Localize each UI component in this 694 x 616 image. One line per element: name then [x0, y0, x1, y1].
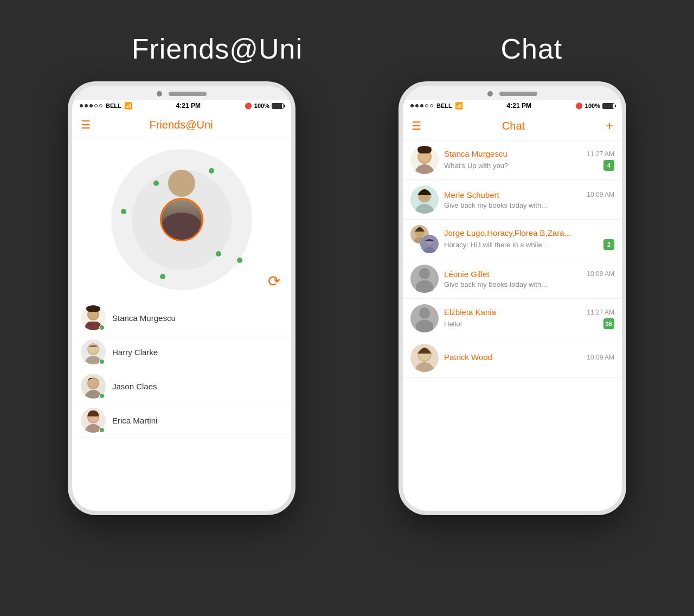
chat-name-patrick: Patrick Wood [444, 352, 492, 362]
friend-avatar-wrap-stanca [81, 305, 106, 330]
signal-dot1 [80, 104, 83, 107]
leonie-silhouette [410, 265, 439, 293]
p2-hamburger-icon[interactable]: ☰ [412, 119, 421, 132]
friend-item-harry[interactable]: Harry Clarke [72, 335, 291, 369]
radar-dot-2 [237, 258, 242, 263]
chat-name-stanca: Stanca Murgescu [444, 149, 507, 158]
chat-avatar-merle [410, 185, 439, 214]
p2-signal-dot3 [420, 104, 423, 107]
phone1-nav-title: Friends@Uni [149, 119, 213, 131]
svg-point-22 [423, 247, 436, 253]
chat-preview-stanca: What's Up with you? [444, 162, 508, 170]
signal-dot4 [94, 104, 98, 107]
chat-time-elzbieta: 11:27 AM [587, 309, 614, 316]
phone1-camera [157, 91, 162, 97]
leonie-sil-head [419, 268, 430, 279]
chat-avatar-elzbieta [410, 304, 439, 332]
phone1-top [72, 86, 291, 100]
friend-name-stanca: Stanca Murgescu [112, 313, 176, 323]
chat-info-patrick: Patrick Wood 10:09 AM [444, 352, 614, 363]
phone2-top [403, 86, 622, 100]
radar-dot-6 [216, 251, 221, 256]
friend-item-erica[interactable]: Erica Martini [72, 403, 291, 438]
chat-avatar-stanca [410, 146, 439, 174]
phone2-chat-list[interactable]: Stanca Murgescu 11:27 AM What's Up with … [403, 140, 622, 511]
chat-time-stanca: 11:27 AM [587, 150, 614, 158]
p2-battery-icon [602, 103, 614, 109]
chat-badge-group: 2 [603, 239, 614, 250]
online-dot-stanca [99, 325, 105, 330]
chat-item-elzbieta[interactable]: Elżbieta Kania 11:27 AM Hello! 36 [403, 299, 622, 338]
chat-info-leonie: Léonie Gillet 10:09 AM Give back my book… [444, 270, 614, 288]
phone1-time: 4:21 PM [176, 102, 201, 110]
battery-percent: 100% [254, 102, 269, 109]
chat-item-group[interactable]: Jorge Lugo,Horacy,Florea B,Zara... Horac… [403, 220, 622, 259]
friend-avatar-wrap-harry [81, 339, 106, 364]
chat-name-merle: Merle Schubert [444, 190, 499, 200]
friend-avatar-wrap-erica [81, 408, 106, 433]
section1-title: Friends@Uni [132, 33, 303, 65]
chat-item-stanca[interactable]: Stanca Murgescu 11:27 AM What's Up with … [403, 140, 622, 180]
chat-item-patrick[interactable]: Patrick Wood 10:09 AM [403, 338, 622, 378]
svg-point-25 [415, 362, 434, 372]
chat-stanca-svg [410, 146, 439, 174]
online-dot-jason [99, 393, 105, 399]
elzbieta-sil-body [416, 320, 433, 332]
p2-wifi-icon: 📶 [455, 102, 463, 110]
elzbieta-silhouette [410, 304, 439, 332]
phone2-speaker [499, 92, 537, 96]
radar-dot-1 [209, 168, 214, 174]
wifi-icon: 📶 [124, 102, 132, 110]
chat-item-merle[interactable]: Merle Schubert 10:09 AM Give back my boo… [403, 180, 622, 220]
friend-name-harry: Harry Clarke [112, 348, 158, 357]
signal-dot5 [99, 104, 102, 107]
radar-outer [111, 149, 252, 290]
friend-item-stanca[interactable]: Stanca Murgescu [72, 301, 291, 335]
p2-signal-dot2 [415, 104, 419, 107]
phone1-speaker [169, 92, 207, 96]
chat-badge-stanca: 4 [603, 160, 614, 171]
chat-preview-merle: Give back my books today with... [444, 201, 547, 209]
chat-info-elzbieta: Elżbieta Kania 11:27 AM Hello! 36 [444, 307, 614, 329]
phone2: BELL 📶 4:21 PM 🔴 100% ☰ Chat + [399, 81, 626, 515]
group-avatar-2 [420, 235, 439, 253]
svg-rect-16 [417, 146, 432, 153]
chat-avatar-leonie [410, 265, 439, 293]
p2-signal-dot1 [410, 104, 414, 107]
chat-avatar-group [410, 225, 439, 253]
svg-point-17 [415, 204, 434, 214]
bluetooth-icon: 🔴 [245, 102, 252, 110]
friend-name-erica: Erica Martini [112, 416, 157, 425]
carrier: BELL [106, 102, 121, 109]
friend-avatar-wrap-jason [81, 374, 106, 399]
chat-preview-group: Horacy: Hi,I will there in a while... [444, 241, 548, 249]
friend-item-jason[interactable]: Jason Claes [72, 369, 291, 403]
chat-name-elzbieta: Elżbieta Kania [444, 307, 496, 317]
phone2-navbar: ☰ Chat + [403, 112, 622, 140]
chat-merle-svg [410, 185, 439, 214]
chat-info-stanca: Stanca Murgescu 11:27 AM What's Up with … [444, 149, 614, 171]
svg-point-9 [88, 378, 98, 388]
group-av2-svg [420, 235, 439, 253]
phone1-friend-list[interactable]: Stanca Murgescu [72, 301, 291, 511]
phone2-time: 4:21 PM [507, 102, 531, 110]
chat-item-leonie[interactable]: Léonie Gillet 10:09 AM Give back my book… [403, 259, 622, 299]
chat-info-merle: Merle Schubert 10:09 AM Give back my boo… [444, 190, 614, 209]
hamburger-icon[interactable]: ☰ [81, 118, 91, 131]
p2-carrier: BELL [436, 102, 452, 109]
radar-dot-5 [153, 181, 159, 186]
radar-container: ⟳ [72, 138, 291, 301]
phone1-status-bar: BELL 📶 4:21 PM 🔴 100% [72, 100, 291, 112]
radar-center-avatar [160, 198, 203, 241]
p2-signal-dot4 [425, 104, 428, 107]
online-dot-erica [99, 427, 105, 433]
add-chat-button[interactable]: + [606, 118, 613, 133]
p2-signal-dot5 [430, 104, 433, 107]
radar-dot-4 [121, 209, 126, 214]
phone1: BELL 📶 4:21 PM 🔴 100% ☰ Friends@Uni [68, 81, 295, 515]
phone2-nav-title: Chat [502, 120, 525, 132]
chat-avatar-patrick [410, 344, 439, 372]
refresh-icon[interactable]: ⟳ [268, 272, 280, 290]
chat-name-leonie: Léonie Gillet [444, 270, 489, 279]
svg-point-13 [415, 164, 434, 174]
